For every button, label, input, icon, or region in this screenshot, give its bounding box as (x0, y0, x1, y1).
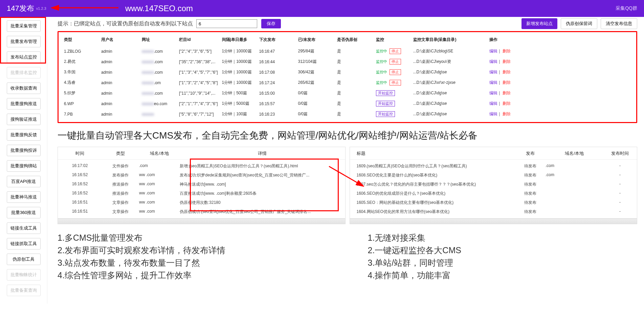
cell-mon: 开始监控 (374, 88, 411, 98)
cell-type: 2.易优 (62, 56, 99, 67)
site-name: www.147SEO.com (125, 4, 193, 13)
stop-button[interactable]: 停止 (390, 59, 401, 65)
sidebar-item[interactable]: 百度API推送 (7, 176, 41, 187)
sidebar-item[interactable]: 批量搜狗绑站 (7, 160, 41, 172)
edit-link[interactable]: 编辑 (489, 112, 497, 116)
table-row: 4.迅睿adminxxxxxx.om["1","3","2","4","5","… (62, 77, 633, 88)
sidebar-item[interactable]: 发布站点监控 (7, 51, 41, 63)
sidebar-item[interactable]: 批量搜狗投诉 (7, 145, 41, 156)
main-content: 提示：已绑定站点，可设置伪原创后自动发布到以下站点 保存 新增发布站点 伪原创保… (47, 17, 644, 304)
hint-text: 提示：已绑定站点，可设置伪原创后自动发布到以下站点 (58, 20, 193, 27)
delete-link[interactable]: 删除 (503, 59, 511, 64)
delete-link[interactable]: 删除 (503, 80, 511, 85)
cell-fake[interactable]: 是 (335, 67, 374, 77)
cell-col: ["5","8","6","7","12"] (177, 109, 220, 119)
token-input[interactable] (196, 19, 257, 28)
sidebar-item[interactable]: 批量神马推送 (7, 191, 41, 203)
sidebar-item[interactable]: 链接抓取工具 (7, 238, 41, 249)
cell-mon: 开始监控 (374, 109, 411, 119)
col-fake: 是否伪原创 (335, 33, 374, 46)
bullet-item: 4.综合性管理多网站，提升工作效率 (58, 270, 327, 281)
edit-link[interactable]: 编辑 (489, 70, 497, 74)
cell-user: admin (99, 88, 140, 98)
save-button[interactable]: 保存 (261, 19, 281, 28)
stop-button[interactable]: 停止 (390, 48, 401, 54)
cell-user: admin (99, 98, 140, 109)
logs-area: 时间 类型 域名/本地 详情 16:17:02文件操作 .com新增:(seo黑… (58, 147, 637, 224)
sidebar-item[interactable]: 伪原创工具 (7, 254, 41, 265)
add-site-button[interactable]: 新增发布站点 (521, 18, 557, 29)
edit-link[interactable]: 编辑 (489, 59, 497, 64)
sites-table: 类型 用户名 网址 栏目id 间隔|单日最多 下次发布 已/未发布 是否伪原创 … (62, 33, 633, 119)
log-row: 1606.SEO的优化组成部分是什么？(seo基本优化)待发布- (350, 189, 637, 198)
cell-type: 7.PB (62, 109, 99, 119)
cell-next: 16:16:47 (257, 46, 296, 56)
scrollbar[interactable] (58, 218, 345, 224)
sidebar-item[interactable]: 批量采集管理 (7, 20, 41, 32)
col-mon: 监控 (374, 33, 411, 46)
sidebar-item[interactable]: 批量360推送 (7, 207, 41, 218)
log-row: 16:16:52发布操作ww .com发布成功:织梦dede采集规则(seo查询… (58, 171, 345, 180)
sidebar-item[interactable]: 搜狗验证推送 (7, 114, 41, 125)
cell-fake[interactable]: 是 (335, 88, 374, 98)
annotation-arrow-icon (51, 3, 118, 13)
delete-link[interactable]: 删除 (503, 112, 511, 116)
sidebar-item[interactable]: 批量搜狗反馈 (7, 129, 41, 141)
cell-url: xxxxxx.com (140, 56, 177, 67)
cell-dir: ...D:\桌面\CJ\zblog\SE (411, 46, 487, 56)
cell-dir: ...D:\桌面\CJ\dg\se (411, 88, 487, 98)
stop-button[interactable]: 停止 (390, 69, 401, 75)
cell-fake[interactable]: 是 (335, 46, 374, 56)
delete-link[interactable]: 删除 (503, 101, 511, 106)
delete-link[interactable]: 删除 (503, 49, 511, 53)
cell-next: 16:17:24 (257, 77, 296, 88)
edit-link[interactable]: 编辑 (489, 101, 497, 106)
cell-fake[interactable]: 是 (335, 56, 374, 67)
log-h-detail: 详情 (180, 150, 345, 157)
col-next: 下次发布 (257, 33, 296, 46)
monitor-status: 监控中 (376, 70, 387, 74)
delete-link[interactable]: 删除 (503, 70, 511, 74)
bullet-item: 2.发布界面可实时观察发布详情，待发布详情 (58, 245, 327, 256)
bullet-item: 4.操作简单，功能丰富 (368, 270, 638, 281)
cell-fake[interactable]: 是 (335, 109, 374, 119)
cell-url: xxxxxx (140, 109, 177, 119)
sidebar-item[interactable]: 链接生成工具 (7, 222, 41, 234)
sidebar: 批量采集管理批量发布管理发布站点监控批量排名监控收录数据查询批量搜狗推送搜狗验证… (0, 17, 47, 304)
start-button[interactable]: 开始监控 (376, 90, 395, 96)
sidebar-item: 批量蜘蛛统计 (7, 269, 41, 281)
log-row: 16:16:52推送操作ww .com百度推送成功[www. .com]剩余额度… (58, 189, 345, 198)
start-button[interactable]: 开始监控 (376, 101, 395, 106)
edit-link[interactable]: 编辑 (489, 91, 497, 95)
svg-marker-1 (51, 5, 59, 10)
sidebar-item[interactable]: 收录数据查询 (7, 82, 41, 94)
cell-url: xxxxxx.com (140, 46, 177, 56)
qq-group-link[interactable]: 采集QQ群 (616, 5, 637, 11)
cell-col: ["2","4","3","6","5"] (177, 46, 220, 56)
clear-button[interactable]: 清空发布信息 (601, 18, 637, 29)
cell-op: 编辑｜ 删除 (487, 77, 633, 88)
cell-fake[interactable]: 是 (335, 98, 374, 109)
scrollbar[interactable] (350, 218, 637, 224)
toolbar: 提示：已绑定站点，可设置伪原创后自动发布到以下站点 保存 新增发布站点 伪原创保… (58, 18, 637, 29)
log-h-domain: 域名/本地 (139, 150, 180, 157)
monitor-status: 监控中 (376, 80, 387, 85)
keep-words-button[interactable]: 伪原创保留词 (561, 18, 597, 29)
sidebar-item[interactable]: 批量发布管理 (7, 36, 41, 47)
delete-link[interactable]: 删除 (503, 91, 511, 95)
table-row: 5.织梦adminxxxxxx.com["11","10","9","14",.… (62, 88, 633, 98)
cell-fake[interactable]: 是 (335, 77, 374, 88)
start-button[interactable]: 开始监控 (376, 111, 395, 117)
bullet-item: 2.一键远程监控各大CMS (368, 245, 638, 256)
edit-link[interactable]: 编辑 (489, 80, 497, 85)
table-row: 2.易优adminxxxxxx.com["35","2","36","38",.… (62, 56, 633, 67)
table-row: 3.帝国adminxxxxxx.com["1","3","4","5","7",… (62, 67, 633, 77)
col-op: 操作 (487, 33, 633, 46)
cell-op: 编辑｜ 删除 (487, 46, 633, 56)
stop-button[interactable]: 停止 (390, 80, 401, 86)
cell-int: 1分钟｜500篇 (220, 88, 257, 98)
cell-dir: ...D:\桌面\CJ\dg\se (411, 67, 487, 77)
edit-link[interactable]: 编辑 (489, 49, 497, 53)
sidebar-item[interactable]: 批量搜狗推送 (7, 98, 41, 110)
cell-user: admin (99, 67, 140, 77)
